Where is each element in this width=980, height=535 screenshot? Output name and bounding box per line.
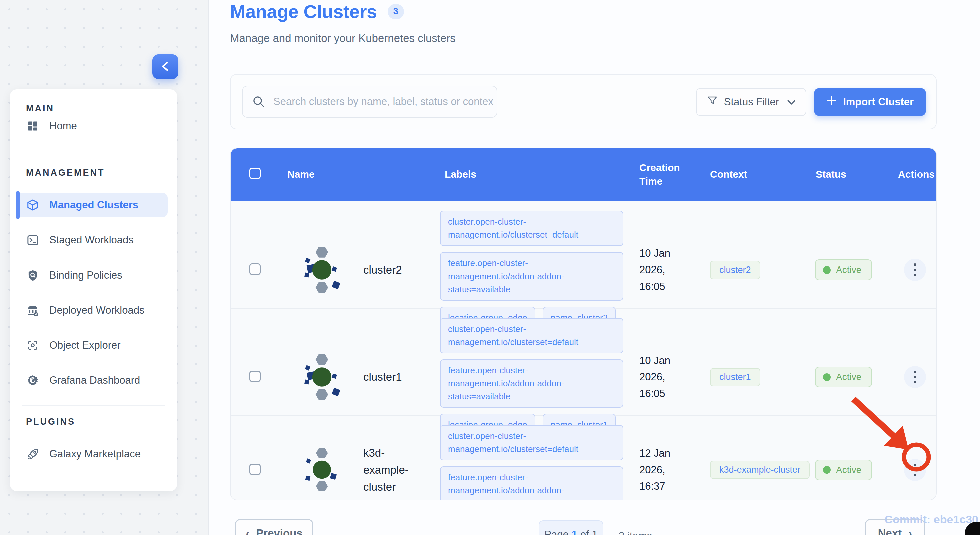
funnel-icon (707, 95, 718, 109)
sidebar-section-plugins: PLUGINS (26, 417, 177, 427)
clusters-table: Name Labels Creation Time Context Status… (230, 148, 937, 500)
context-chip: cluster2 (710, 261, 760, 279)
sidebar-divider (22, 405, 165, 406)
sidebar-item-label: Deployed Workloads (49, 304, 144, 316)
page-suffix: of 1 (580, 529, 598, 535)
sidebar-item-label: Grafana Dashboard (49, 374, 140, 386)
sidebar-item-staged-workloads[interactable]: Staged Workloads (17, 228, 168, 252)
table-row: cluster1 cluster.open-cluster-management… (231, 308, 936, 415)
scan-icon (26, 339, 39, 352)
row-checkbox[interactable] (249, 371, 261, 382)
page-subtitle: Manage and monitor your Kubernetes clust… (230, 32, 456, 45)
left-rail: MAIN Home MANAGEMENT Managed Clusters (0, 0, 209, 535)
status-label: Active (836, 372, 861, 382)
table-row: cluster2 cluster.open-cluster-management… (231, 201, 936, 308)
cluster-name: cluster2 (363, 261, 402, 278)
page-header: Manage Clusters 3 (230, 1, 404, 22)
filter-controls: Status Filter Import Cluster (696, 88, 926, 116)
column-header-context: Context (704, 168, 812, 182)
status-filter-label: Status Filter (724, 96, 779, 108)
search-box (242, 86, 497, 118)
commit-watermark: Commit: ebe1c30 (885, 513, 978, 526)
status-filter-button[interactable]: Status Filter (696, 88, 807, 116)
next-label: Next (878, 527, 902, 535)
sidebar-divider (22, 154, 165, 155)
row-actions-button[interactable] (904, 459, 926, 481)
status-dot-icon (823, 466, 830, 474)
sidebar-collapse-button[interactable] (152, 54, 178, 79)
creation-time: 10 Jan 2026, 16:05 (634, 352, 689, 402)
status-badge: Active (815, 367, 872, 387)
creation-time: 12 Jan 2026, 16:37 (634, 445, 689, 495)
sidebar-item-deployed-workloads[interactable]: Deployed Workloads (17, 298, 168, 323)
filter-bar: Status Filter Import Cluster (230, 74, 937, 129)
chevron-left-icon: ‹ (246, 527, 249, 535)
context-chip: cluster1 (710, 368, 760, 386)
cluster-name: cluster1 (363, 368, 402, 385)
sidebar-item-label: Managed Clusters (49, 199, 138, 211)
sidebar-item-binding-policies[interactable]: Binding Policies (17, 263, 168, 287)
sidebar-item-grafana-dashboard[interactable]: Grafana Dashboard (17, 368, 168, 393)
sidebar-item-label: Galaxy Marketplace (49, 448, 141, 460)
sidebar-item-label: Home (49, 120, 77, 132)
table-row: k3d-example-cluster cluster.open-cluster… (231, 415, 936, 500)
current-page: 1 (572, 529, 578, 535)
row-checkbox[interactable] (249, 464, 261, 475)
items-count: 3 items (619, 530, 652, 535)
page-indicator: Page 1 of 1 (539, 520, 603, 535)
rocket-icon (26, 447, 39, 461)
status-label: Active (836, 265, 861, 275)
label-chip: feature.open-cluster-management.io/addon… (440, 359, 623, 407)
shield-search-icon (26, 268, 39, 282)
pagination: ‹ Previous Page 1 of 1 3 items Next › (230, 519, 937, 535)
row-actions-button[interactable] (904, 366, 926, 388)
column-header-creation-time: Creation Time (634, 161, 689, 188)
cluster-count-badge: 3 (388, 4, 404, 19)
row-actions-button[interactable] (904, 259, 926, 281)
sidebar: MAIN Home MANAGEMENT Managed Clusters (10, 89, 177, 491)
labels-cell: cluster.open-cluster-management.io/clust… (436, 415, 634, 500)
label-chip: feature.open-cluster-management.io/addon… (440, 466, 623, 500)
column-header-name: Name (270, 168, 436, 182)
status-dot-icon (823, 373, 830, 381)
app-root: MAIN Home MANAGEMENT Managed Clusters (0, 0, 980, 535)
label-chip: cluster.open-cluster-management.io/clust… (440, 211, 623, 246)
label-chip: cluster.open-cluster-management.io/clust… (440, 318, 623, 353)
row-checkbox[interactable] (249, 264, 261, 275)
search-input[interactable] (273, 96, 497, 108)
status-badge: Active (815, 259, 872, 280)
sidebar-item-home[interactable]: Home (17, 114, 168, 139)
page-indicator-group: Page 1 of 1 3 items (539, 520, 652, 535)
column-header-actions: Actions (894, 168, 936, 182)
select-all-checkbox[interactable] (249, 168, 261, 179)
sidebar-item-label: Binding Policies (49, 269, 123, 281)
sidebar-item-object-explorer[interactable]: Object Explorer (17, 333, 168, 358)
bank-check-icon (26, 303, 39, 317)
sidebar-section-main: MAIN (26, 104, 177, 114)
sidebar-item-galaxy-marketplace[interactable]: Galaxy Marketplace (17, 442, 168, 466)
table-header-row: Name Labels Creation Time Context Status… (231, 149, 936, 201)
name-cell: cluster1 (270, 348, 436, 406)
cluster-logo-icon (301, 445, 344, 495)
creation-time: 10 Jan 2026, 16:05 (634, 245, 689, 295)
status-dot-icon (823, 266, 830, 274)
page-prefix: Page (544, 529, 568, 535)
column-header-labels: Labels (436, 168, 634, 182)
column-header-status: Status (812, 168, 894, 182)
name-cell: cluster2 (270, 241, 436, 299)
sidebar-item-managed-clusters[interactable]: Managed Clusters (17, 193, 168, 217)
previous-label: Previous (256, 527, 302, 535)
previous-page-button[interactable]: ‹ Previous (235, 519, 313, 535)
chevron-right-icon: › (908, 527, 912, 535)
name-cell: k3d-example-cluster (270, 444, 436, 495)
grafana-icon (26, 374, 39, 387)
import-cluster-label: Import Cluster (843, 96, 914, 108)
terminal-icon (26, 233, 39, 247)
cluster-logo-icon (301, 348, 344, 406)
chevron-down-icon (787, 96, 795, 108)
label-chip: cluster.open-cluster-management.io/clust… (440, 425, 623, 460)
cube-icon (26, 198, 39, 212)
context-chip: k3d-example-cluster (710, 461, 810, 479)
import-cluster-button[interactable]: Import Cluster (815, 88, 926, 116)
chevron-left-icon (160, 61, 170, 73)
